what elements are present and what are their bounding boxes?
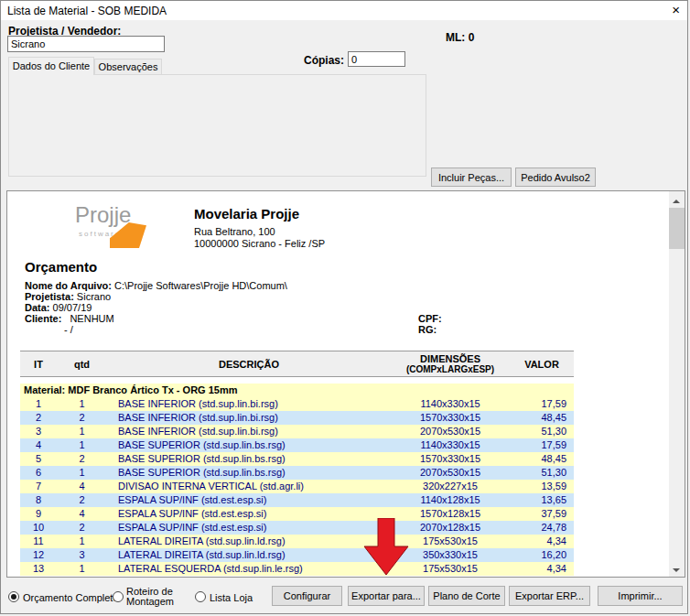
radio-roteiro-montagem[interactable] — [113, 591, 124, 602]
client-label: Cliente: — [25, 313, 61, 324]
table-row[interactable]: 123LATERAL DIREITA (std.sup.lin.ld.rsg)3… — [20, 548, 574, 562]
file-label: Nome do Arquivo: — [25, 280, 112, 291]
col-header-dim-line2: (COMPxLARGxESP) — [391, 364, 510, 374]
cell-valor: 24,78 — [510, 521, 574, 535]
cell-desc: BASE SUPERIOR (std.sup.lin.bs.rsg) — [107, 466, 391, 480]
cell-it: 6 — [20, 466, 57, 480]
cell-valor: 37,59 — [510, 507, 574, 521]
scrollbar-thumb[interactable] — [669, 208, 685, 249]
exportar-para-button[interactable]: Exportar para... — [348, 586, 425, 606]
cell-valor: 48,45 — [510, 411, 574, 425]
annotation-arrow-down-icon — [363, 518, 409, 575]
designer-label: Projetista: — [25, 291, 74, 302]
tab-observacoes[interactable]: Observações — [94, 59, 162, 75]
date-label: Data: — [25, 302, 50, 313]
cell-desc: DIVISAO INTERNA VERTICAL (std.agr.li) — [107, 480, 391, 493]
cell-desc: LATERAL DIREITA (std.sup.lin.ld.rsg) — [107, 548, 391, 562]
material-header-row: Material: MDF Branco Ártico Tx - ORG 15m… — [20, 384, 574, 397]
cell-qtd: 1 — [57, 425, 107, 438]
table-row[interactable]: 74DIVISAO INTERNA VERTICAL (std.agr.li)3… — [20, 480, 574, 493]
close-icon[interactable]: × — [672, 2, 680, 17]
material-table-body: Material: MDF Branco Ártico Tx - ORG 15m… — [20, 377, 574, 576]
cell-dim: 2070x530x15 — [391, 466, 510, 480]
table-row[interactable]: 131LATERAL ESQUERDA (std.sup.lin.le.rsg)… — [20, 562, 574, 576]
copias-label: Cópias: — [304, 54, 344, 67]
cell-valor: 16,20 — [510, 548, 574, 562]
cell-qtd: 4 — [57, 507, 107, 521]
table-row[interactable]: 111LATERAL DIREITA (std.sup.lin.ld.rsg)1… — [20, 535, 574, 548]
cell-desc: ESPALA SUP/INF (std.est.esp.si) — [107, 507, 391, 521]
cell-it: 2 — [20, 411, 57, 425]
cell-valor: 13,59 — [510, 480, 574, 493]
table-row[interactable]: 61BASE SUPERIOR (std.sup.lin.bs.rsg)2070… — [20, 466, 574, 480]
table-row[interactable]: 94ESPALA SUP/INF (std.est.esp.si)1570x12… — [20, 507, 574, 521]
cell-it: 5 — [20, 452, 57, 466]
cell-desc: BASE INFERIOR (std.sup.lin.bi.rsg) — [107, 397, 391, 411]
col-header-valor: VALOR — [510, 351, 574, 377]
cell-qtd: 2 — [57, 521, 107, 535]
col-header-dim: DIMENSÕES (COMPxLARGxESP) — [391, 351, 510, 377]
cell-valor: 4,34 — [510, 535, 574, 548]
preview-scrollbar[interactable] — [669, 191, 685, 577]
radio-orcamento-completo-label: Orçamento Completo — [23, 592, 119, 603]
table-row[interactable]: 41BASE SUPERIOR (std.sup.lin.bs.rsg)1140… — [20, 438, 574, 452]
cell-qtd: 2 — [57, 411, 107, 425]
incluir-pecas-button[interactable]: Incluir Peças... — [431, 168, 512, 187]
cell-it: 12 — [20, 548, 57, 562]
preview-panel: Projje softwares Movelaria Projje Rua Be… — [6, 190, 685, 578]
radio-orcamento-completo[interactable] — [8, 591, 19, 602]
table-row[interactable]: 11BASE INFERIOR (std.sup.lin.bi.rsg)1140… — [20, 397, 574, 411]
copias-input[interactable] — [348, 51, 405, 67]
scrollbar-up-icon[interactable] — [669, 191, 685, 207]
window-title: Lista de Material - SOB MEDIDA — [7, 5, 167, 17]
cell-dim: 1570x330x15 — [391, 411, 510, 425]
cell-it: 13 — [20, 562, 57, 576]
configurar-button[interactable]: Configurar — [272, 586, 342, 606]
plano-de-corte-button[interactable]: Plano de Corte — [428, 586, 505, 606]
table-row[interactable]: 31BASE INFERIOR (std.sup.lin.bi.rsg)2070… — [20, 425, 574, 438]
exportar-erp-button[interactable]: Exportar ERP... — [509, 586, 590, 606]
date-line: Data: 09/07/19 — [25, 302, 92, 313]
report-title: Orçamento — [25, 259, 97, 275]
col-header-it: IT — [20, 351, 57, 377]
table-row[interactable]: 102ESPALA SUP/INF (std.est.esp.si)2070x1… — [20, 521, 574, 535]
radio-lista-loja[interactable] — [195, 591, 206, 602]
cell-dim: 1140x330x15 — [391, 438, 510, 452]
cell-desc: LATERAL ESQUERDA (std.sup.lin.le.rsg) — [107, 562, 391, 576]
table-row[interactable]: 22BASE INFERIOR (std.sup.lin.bi.rsg)1570… — [20, 411, 574, 425]
cell-dim: 1570x330x15 — [391, 452, 510, 466]
cell-desc: ESPALA SUP/INF (std.est.esp.si) — [107, 493, 391, 507]
cell-qtd: 2 — [57, 452, 107, 466]
material-header-label: Material: MDF Branco Ártico Tx - ORG 15m… — [20, 384, 574, 397]
projetista-input[interactable] — [7, 36, 165, 52]
radio-lista-loja-label: Lista Loja — [210, 592, 253, 603]
radio-roteiro-montagem-label: Roteiro de Montagem — [126, 587, 174, 607]
cell-valor: 17,59 — [510, 397, 574, 411]
cell-desc: BASE INFERIOR (std.sup.lin.bi.rsg) — [107, 411, 391, 425]
scrollbar-down-icon[interactable] — [669, 561, 685, 577]
report-cpf-label: CPF: — [418, 313, 442, 324]
tab-dados[interactable]: Dados do Cliente — [8, 57, 94, 75]
company-name: Movelaria Projje — [194, 206, 299, 222]
cell-valor: 13,65 — [510, 493, 574, 507]
cell-desc: BASE INFERIOR (std.sup.lin.bi.rsg) — [107, 425, 391, 438]
table-row[interactable]: 82ESPALA SUP/INF (std.est.esp.si)1140x12… — [20, 493, 574, 507]
material-table: IT qtd DESCRIÇÃO DIMENSÕES (COMPxLARGxES… — [20, 351, 574, 576]
cell-qtd: 1 — [57, 397, 107, 411]
cell-qtd: 1 — [57, 466, 107, 480]
imprimir-button[interactable]: Imprimir... — [598, 586, 683, 606]
table-spacer-row — [20, 377, 574, 384]
cell-desc: LATERAL DIREITA (std.sup.lin.ld.rsg) — [107, 535, 391, 548]
cell-it: 8 — [20, 493, 57, 507]
cell-valor: 51,30 — [510, 425, 574, 438]
table-row[interactable]: 52BASE SUPERIOR (std.sup.lin.bs.rsg)1570… — [20, 452, 574, 466]
client-line: Cliente: NENHUM — [25, 313, 114, 324]
company-address1: Rua Beltrano, 100 — [194, 226, 275, 237]
cell-desc: BASE SUPERIOR (std.sup.lin.bs.rsg) — [107, 452, 391, 466]
pedido-avulso-button[interactable]: Pedido Avulso2 — [515, 168, 596, 187]
ml-label: ML: 0 — [446, 31, 474, 44]
cell-qtd: 2 — [57, 493, 107, 507]
cell-qtd: 1 — [57, 438, 107, 452]
report-rg-label: RG: — [418, 324, 437, 335]
cell-it: 10 — [20, 521, 57, 535]
